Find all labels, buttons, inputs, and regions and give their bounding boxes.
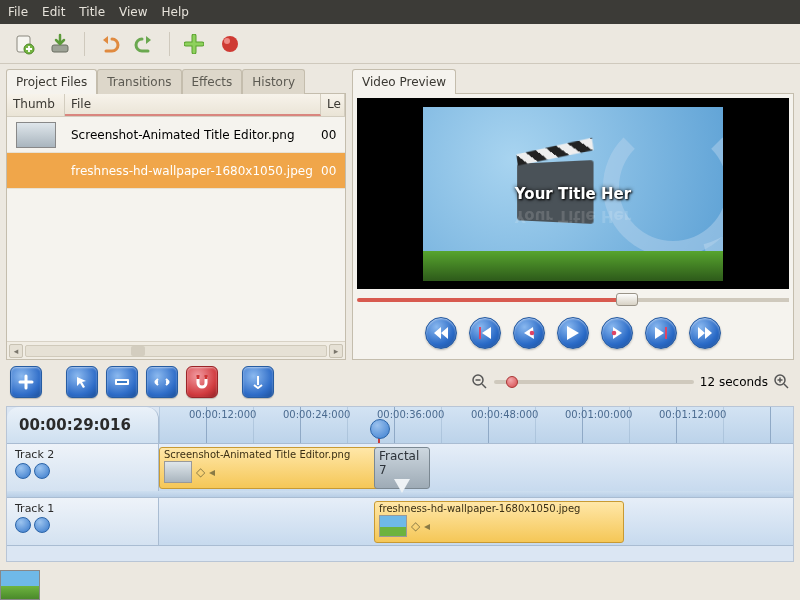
svg-rect-12 [205, 375, 208, 379]
zoom-in-icon[interactable] [774, 374, 790, 390]
file-length: 00 [321, 164, 345, 178]
fast-forward-button[interactable] [689, 317, 721, 349]
play-button[interactable] [557, 317, 589, 349]
new-project-button[interactable] [10, 30, 38, 58]
menu-edit[interactable]: Edit [42, 5, 65, 19]
transport-controls [357, 311, 789, 355]
menu-view[interactable]: View [119, 5, 147, 19]
seek-slider[interactable] [357, 293, 789, 307]
scroll-left-icon[interactable]: ◂ [9, 344, 23, 358]
record-button[interactable] [216, 30, 244, 58]
timeline: 00:00:29:016 00:00:12:000 00:00:24:000 0… [6, 406, 794, 562]
file-row[interactable]: Screenshot-Animated Title Editor.png 00 [7, 117, 345, 153]
svg-rect-8 [665, 327, 667, 339]
col-length[interactable]: Le [321, 94, 345, 116]
menubar: File Edit Title View Help [0, 0, 800, 24]
track-visible-toggle[interactable] [15, 463, 31, 479]
tab-history[interactable]: History [242, 69, 305, 94]
main-toolbar [0, 24, 800, 64]
track-1: Track 1 freshness-hd-wallpaper-1680x1050… [7, 497, 793, 545]
col-thumb[interactable]: Thumb [7, 94, 65, 116]
preview-panel: Video Preview Your Title Her Your Title … [352, 68, 794, 360]
redo-button[interactable] [131, 30, 159, 58]
file-length: 00 [321, 128, 345, 142]
zoom-out-icon[interactable] [472, 374, 488, 390]
file-table-header: Thumb File Le [7, 94, 345, 117]
track-lock-toggle[interactable] [34, 517, 50, 533]
thumbnail-icon [16, 122, 56, 148]
svg-rect-11 [197, 375, 200, 379]
undo-button[interactable] [95, 30, 123, 58]
timeline-tools: 12 seconds [0, 360, 800, 404]
project-panel: Project Files Transitions Effects Histor… [6, 68, 346, 360]
prev-frame-button[interactable] [469, 317, 501, 349]
rewind-button[interactable] [425, 317, 457, 349]
preview-title-text: Your Title Her [423, 185, 723, 203]
zoom-slider[interactable] [494, 380, 694, 384]
timeline-clip[interactable]: freshness-hd-wallpaper-1680x1050.jpeg ◇ … [374, 501, 624, 543]
col-file[interactable]: File [65, 94, 321, 116]
track-visible-toggle[interactable] [15, 517, 31, 533]
file-name: Screenshot-Animated Title Editor.png [65, 128, 321, 142]
step-forward-button[interactable] [601, 317, 633, 349]
import-button[interactable] [46, 30, 74, 58]
file-name: freshness-hd-wallpaper-1680x1050.jpeg [65, 164, 321, 178]
file-row[interactable]: freshness-hd-wallpaper-1680x1050.jpeg 00 [7, 153, 345, 189]
timeline-scrollbar[interactable] [7, 545, 793, 561]
timecode-display: 00:00:29:016 [7, 407, 159, 443]
svg-point-6 [530, 331, 535, 336]
tab-project-files[interactable]: Project Files [6, 69, 97, 94]
tab-video-preview[interactable]: Video Preview [352, 69, 456, 94]
timeline-ruler[interactable]: 00:00:12:000 00:00:24:000 00:00:36:000 0… [159, 407, 793, 443]
next-frame-button[interactable] [645, 317, 677, 349]
timeline-clip[interactable]: Screenshot-Animated Title Editor.png ◇ ◂ [159, 447, 404, 489]
svg-point-3 [222, 36, 238, 52]
track-name: Track 1 [15, 502, 150, 515]
menu-help[interactable]: Help [162, 5, 189, 19]
add-track-button[interactable] [10, 366, 42, 398]
svg-rect-10 [117, 381, 127, 383]
tab-effects[interactable]: Effects [182, 69, 243, 94]
step-back-button[interactable] [513, 317, 545, 349]
marker-button[interactable] [242, 366, 274, 398]
scroll-right-icon[interactable]: ▸ [329, 344, 343, 358]
razor-tool-button[interactable] [106, 366, 138, 398]
svg-rect-2 [52, 45, 68, 52]
menu-file[interactable]: File [8, 5, 28, 19]
zoom-label: 12 seconds [700, 375, 768, 389]
svg-point-4 [224, 38, 230, 44]
tab-transitions[interactable]: Transitions [97, 69, 181, 94]
svg-point-7 [612, 331, 617, 336]
resize-tool-button[interactable] [146, 366, 178, 398]
menu-title[interactable]: Title [79, 5, 105, 19]
track-2: Track 2 Screenshot-Animated Title Editor… [7, 443, 793, 491]
svg-rect-5 [479, 327, 481, 339]
transition-clip[interactable]: Fractal 7 [374, 447, 430, 489]
pointer-tool-button[interactable] [66, 366, 98, 398]
track-name: Track 2 [15, 448, 150, 461]
track-lock-toggle[interactable] [34, 463, 50, 479]
horizontal-scrollbar[interactable]: ◂ ▸ [7, 341, 345, 359]
video-preview-area: Your Title Her Your Title Her [357, 98, 789, 289]
playhead[interactable] [378, 421, 380, 443]
snap-tool-button[interactable] [186, 366, 218, 398]
add-button[interactable] [180, 30, 208, 58]
